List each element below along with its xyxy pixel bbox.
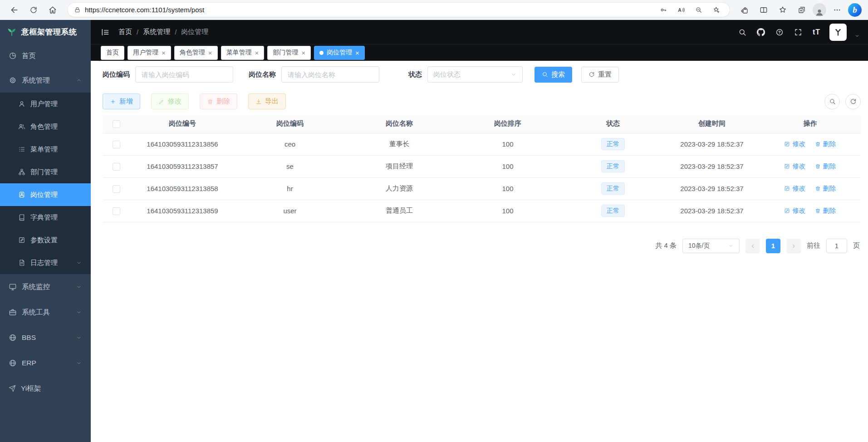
copilot-button[interactable]: b [848, 3, 862, 17]
row-edit-link[interactable]: 修改 [784, 184, 805, 193]
breadcrumb-item[interactable]: 首页 [118, 28, 132, 36]
globe-icon [9, 334, 17, 342]
cell-created-time: 2023-03-29 18:52:37 [664, 133, 760, 155]
favorites-button[interactable] [775, 2, 791, 18]
sidebar-item-roles[interactable]: 角色管理 [0, 115, 91, 138]
row-checkbox[interactable] [113, 207, 120, 215]
row-delete-link[interactable]: 删除 [815, 140, 836, 148]
search-button[interactable]: 搜索 [535, 67, 572, 83]
edit-button[interactable]: 修改 [151, 93, 189, 109]
password-key-button[interactable] [657, 3, 670, 17]
post-name-input[interactable] [281, 66, 379, 83]
select-all-checkbox[interactable] [113, 120, 120, 128]
tab-role-management[interactable]: 角色管理 × [174, 46, 218, 60]
sidebar-item-tools[interactable]: 系统工具 [0, 300, 91, 325]
github-button[interactable] [755, 27, 766, 38]
page-number-button[interactable]: 1 [766, 239, 780, 253]
breadcrumb-item[interactable]: 系统管理 [143, 28, 170, 36]
fullscreen-button[interactable] [793, 27, 804, 38]
status-badge: 正常 [601, 205, 625, 217]
sidebar-item-users[interactable]: 用户管理 [0, 93, 91, 115]
tab-close-icon[interactable]: × [301, 49, 305, 56]
cell-post-name: 董事长 [345, 133, 454, 155]
collections-button[interactable] [794, 2, 810, 18]
tab-close-icon[interactable]: × [162, 49, 166, 56]
font-size-button[interactable]: tT [811, 27, 822, 38]
tab-menu-management[interactable]: 菜单管理 × [221, 46, 265, 60]
chevron-down-icon [76, 284, 82, 290]
sidebar-item-dictionary[interactable]: 字典管理 [0, 206, 91, 229]
row-delete-link[interactable]: 删除 [815, 206, 836, 215]
avatar-caret-icon[interactable] [854, 33, 860, 39]
browser-profile-button[interactable] [813, 3, 826, 17]
row-delete-link[interactable]: 删除 [815, 162, 836, 171]
split-screen-button[interactable] [755, 2, 772, 18]
refresh-table-button[interactable] [845, 94, 861, 109]
address-bar[interactable]: https://ccnetcore.com:1101/system/post [67, 2, 730, 17]
user-avatar[interactable] [829, 24, 847, 41]
system-submenu: 用户管理 角色管理 菜单管理 部门管理 岗位管理 [0, 93, 91, 274]
sidebar-item-yi-framework[interactable]: Yi框架 [0, 376, 91, 401]
chevron-down-icon [76, 334, 82, 341]
row-checkbox[interactable] [113, 163, 120, 171]
sidebar-item-erp[interactable]: ERP [0, 350, 91, 376]
sidebar-item-system[interactable]: 系统管理 [0, 68, 91, 93]
add-favorite-button[interactable] [710, 3, 723, 17]
tab-user-management[interactable]: 用户管理 × [128, 46, 171, 60]
goto-page-input[interactable] [826, 239, 847, 253]
sidebar-item-monitoring[interactable]: 系统监控 [0, 274, 91, 300]
row-edit-link[interactable]: 修改 [784, 162, 805, 171]
row-edit-link[interactable]: 修改 [784, 206, 805, 215]
browser-menu-button[interactable] [829, 2, 845, 18]
plus-icon [110, 98, 116, 105]
row-delete-link[interactable]: 删除 [815, 184, 836, 193]
export-button[interactable]: 导出 [248, 93, 286, 109]
profile-avatar-icon [815, 8, 824, 17]
browser-home-button[interactable] [44, 2, 61, 18]
sidebar-collapse-button[interactable] [99, 26, 112, 39]
extensions-button[interactable] [736, 2, 753, 18]
column-header: 岗位名称 [345, 115, 454, 133]
browser-chrome: https://ccnetcore.com:1101/system/post b [0, 0, 868, 20]
chevron-down-icon [510, 71, 517, 78]
sidebar-item-bbs[interactable]: BBS [0, 325, 91, 350]
page-size-value: 10条/页 [688, 242, 710, 250]
sidebar-item-logs[interactable]: 日志管理 [0, 251, 91, 274]
tab-close-icon[interactable]: × [208, 49, 212, 56]
row-checkbox[interactable] [113, 185, 120, 193]
url-text[interactable]: https://ccnetcore.com:1101/system/post [85, 6, 204, 14]
delete-button[interactable]: 删除 [200, 93, 237, 109]
reset-button[interactable]: 重置 [581, 67, 619, 83]
next-page-button[interactable]: › [786, 239, 801, 253]
read-aloud-button[interactable] [674, 3, 688, 17]
tab-close-icon[interactable]: × [255, 49, 259, 56]
sidebar-item-home[interactable]: 首页 [0, 44, 91, 68]
edit-icon [784, 208, 790, 214]
sidebar-item-label: 岗位管理 [30, 191, 58, 199]
read-aloud-icon [677, 6, 685, 14]
add-button[interactable]: 新增 [103, 93, 140, 109]
sidebar-item-parameters[interactable]: 参数设置 [0, 229, 91, 251]
tab-post-management[interactable]: 岗位管理 × [314, 46, 365, 60]
tab-home[interactable]: 首页 [101, 46, 124, 60]
sidebar-item-departments[interactable]: 部门管理 [0, 161, 91, 183]
browser-back-button[interactable] [6, 2, 23, 18]
sidebar-item-label: Yi框架 [21, 384, 41, 393]
sidebar-item-posts[interactable]: 岗位管理 [0, 183, 91, 206]
prev-page-button[interactable]: ‹ [745, 239, 760, 253]
header-search-button[interactable] [737, 27, 748, 38]
table-row: 1641030593112313858 hr 人力资源 100 正常 2023-… [103, 177, 861, 200]
post-code-input[interactable] [135, 66, 233, 83]
help-button[interactable] [774, 27, 785, 38]
row-checkbox[interactable] [113, 141, 120, 148]
zoom-button[interactable] [692, 3, 706, 17]
sidebar-item-menus[interactable]: 菜单管理 [0, 138, 91, 161]
tab-department-management[interactable]: 部门管理 × [267, 46, 311, 60]
refresh-icon [850, 98, 857, 105]
browser-refresh-button[interactable] [25, 2, 42, 18]
page-size-select[interactable]: 10条/页 [682, 239, 740, 253]
row-edit-link[interactable]: 修改 [784, 140, 805, 148]
toggle-search-button[interactable] [824, 94, 840, 109]
status-select[interactable]: 岗位状态 [427, 66, 523, 83]
tab-close-icon[interactable]: × [355, 49, 359, 56]
